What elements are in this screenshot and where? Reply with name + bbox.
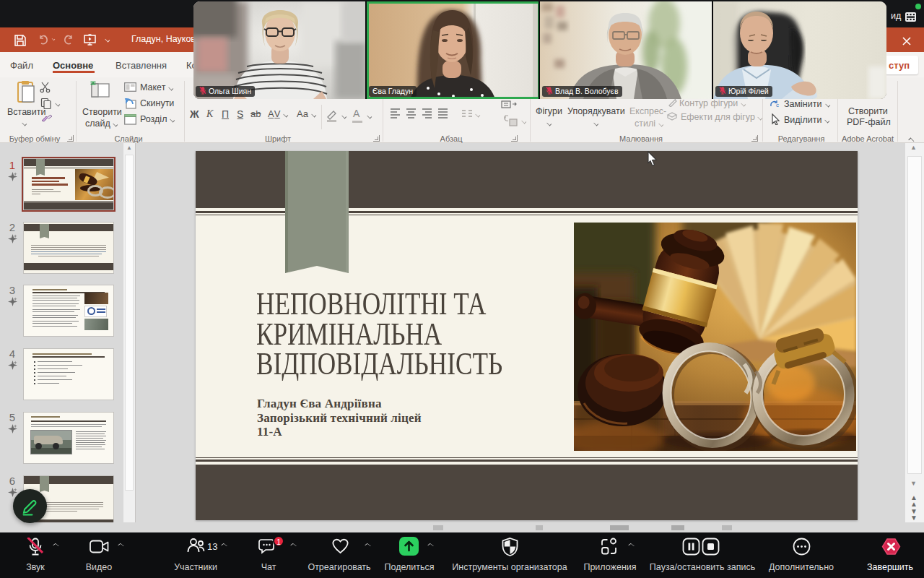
svg-text:c: c [776, 102, 779, 108]
